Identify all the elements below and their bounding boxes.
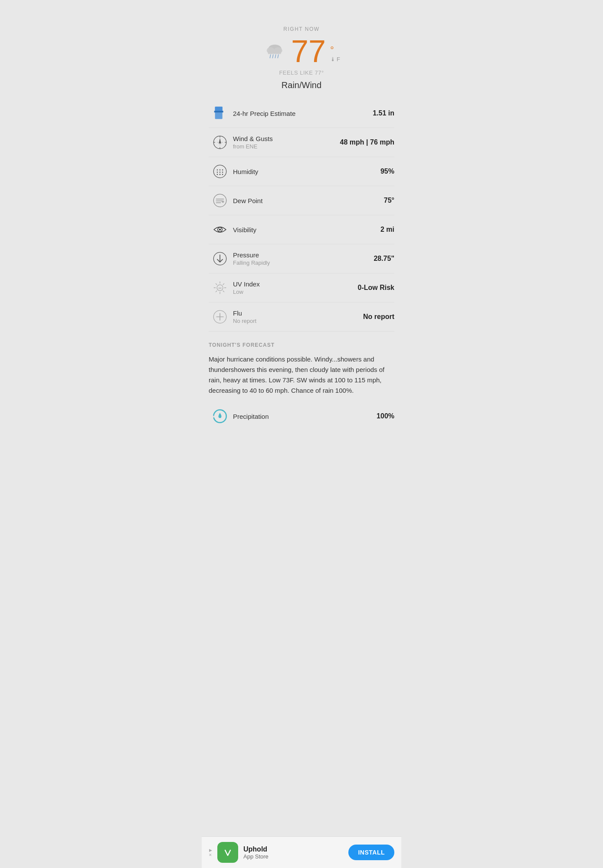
temp-unit-group: ° 🌡 F	[330, 40, 340, 62]
metric-sublabel-flu: No report	[233, 318, 363, 324]
precip-icon-wrap	[209, 105, 231, 122]
degree-symbol: °	[330, 45, 334, 56]
svg-point-33	[222, 201, 224, 203]
svg-line-6	[275, 55, 276, 58]
svg-point-21	[220, 169, 221, 171]
precip-gauge-wrap	[209, 408, 231, 424]
visibility-icon-wrap	[209, 221, 231, 238]
metric-label-uv: UV Index	[233, 280, 358, 288]
svg-line-45	[223, 291, 224, 292]
uphold-logo-icon	[221, 846, 234, 859]
metric-label-wrap-wind: Wind & Gusts from ENE	[231, 135, 340, 150]
metric-label-wrap-precip: 24-hr Precip Estimate	[231, 110, 373, 117]
visibility-icon	[212, 221, 228, 238]
metric-label-pressure: Pressure	[233, 251, 374, 259]
svg-point-27	[220, 174, 221, 175]
ad-banner: ▶ ✕ Uphold App Store INSTALL	[202, 836, 401, 868]
metric-label-wind: Wind & Gusts	[233, 135, 340, 142]
svg-rect-3	[268, 51, 281, 54]
svg-line-46	[223, 284, 224, 285]
precip-label: Precipitation	[231, 413, 377, 420]
metric-row-humidity: Humidity 95%	[209, 157, 394, 186]
svg-rect-10	[214, 111, 223, 112]
wind-icon	[212, 134, 228, 151]
metric-row-visibility: Visibility 2 mi	[209, 215, 394, 244]
svg-point-25	[222, 171, 223, 173]
precip-icon	[212, 105, 228, 122]
ad-app-icon	[217, 842, 238, 863]
temperature-display: 77	[291, 36, 326, 67]
metric-row-pressure: Pressure Falling Rapidly 28.75"	[209, 244, 394, 273]
svg-line-44	[216, 284, 217, 285]
metric-row-precip: 24-hr Precip Estimate 1.51 in	[209, 99, 394, 128]
uv-icon: UV	[212, 279, 228, 296]
unit-label: 🌡 F	[330, 56, 340, 62]
metric-label-precip: 24-hr Precip Estimate	[233, 110, 373, 117]
feels-like-label: FEELS LIKE 77°	[210, 69, 393, 76]
svg-point-20	[217, 169, 218, 171]
metric-label-humidity: Humidity	[233, 168, 380, 175]
flu-icon	[212, 309, 228, 325]
humidity-icon-wrap	[209, 163, 231, 180]
wind-icon-wrap	[209, 134, 231, 151]
metric-value-pressure: 28.75"	[374, 255, 394, 263]
ad-install-button[interactable]: INSTALL	[348, 845, 394, 860]
svg-line-5	[272, 55, 273, 58]
metric-row-uv: UV UV Index Low 0-Low Risk	[209, 273, 394, 302]
metric-label-wrap-humidity: Humidity	[231, 168, 380, 175]
weather-header: RIGHT NOW 77 ° 🌡 F FEELS LIKE 77° Rain/W…	[202, 0, 401, 99]
metric-label-wrap-flu: Flu No report	[231, 309, 363, 324]
ad-app-store: App Store	[243, 853, 343, 860]
svg-point-53	[223, 847, 233, 858]
svg-line-7	[278, 55, 279, 58]
svg-line-47	[216, 291, 217, 292]
metric-value-precip: 1.51 in	[373, 109, 394, 117]
ad-arrow-left: ▶ ✕	[209, 848, 212, 857]
forecast-title: TONIGHT'S FORECAST	[209, 342, 394, 348]
svg-line-4	[270, 55, 271, 58]
metric-label-visibility: Visibility	[233, 226, 380, 233]
ad-info: Uphold App Store	[243, 845, 343, 860]
pressure-icon	[212, 250, 228, 267]
current-temp-row: 77 ° 🌡 F	[210, 36, 393, 67]
svg-point-28	[222, 174, 223, 175]
svg-text:UV: UV	[218, 287, 222, 289]
metric-row-dewpoint: Dew Point 75°	[209, 186, 394, 215]
metric-value-flu: No report	[363, 313, 394, 321]
forecast-section: TONIGHT'S FORECAST Major hurricane condi…	[202, 332, 401, 436]
metric-label-dewpoint: Dew Point	[233, 197, 384, 204]
metric-label-wrap-dewpoint: Dew Point	[231, 197, 384, 204]
precip-value: 100%	[377, 412, 394, 420]
flu-icon-wrap	[209, 309, 231, 325]
metric-value-wind: 48 mph | 76 mph	[340, 138, 394, 146]
svg-point-26	[217, 174, 218, 175]
precip-gauge-icon	[212, 408, 228, 424]
thermometer-icon: 🌡	[330, 56, 336, 62]
metric-sublabel-pressure: Falling Rapidly	[233, 260, 374, 266]
metric-value-dewpoint: 75°	[384, 197, 394, 204]
dewpoint-icon-wrap	[209, 192, 231, 209]
svg-point-19	[213, 165, 226, 178]
precip-row: Precipitation 100%	[209, 404, 394, 429]
pressure-icon-wrap	[209, 250, 231, 267]
metric-label-flu: Flu	[233, 309, 363, 317]
svg-point-29	[213, 194, 226, 207]
uv-icon-wrap: UV	[209, 279, 231, 296]
condition-label: Rain/Wind	[210, 80, 393, 90]
metric-label-wrap-pressure: Pressure Falling Rapidly	[231, 251, 374, 266]
ad-app-name: Uphold	[243, 845, 343, 853]
metric-value-visibility: 2 mi	[380, 226, 394, 233]
metric-label-wrap-uv: UV Index Low	[231, 280, 358, 295]
svg-rect-9	[215, 107, 223, 111]
metric-value-humidity: 95%	[380, 168, 394, 175]
dewpoint-icon	[212, 192, 228, 209]
svg-point-23	[217, 171, 218, 173]
metric-value-uv: 0-Low Risk	[358, 284, 394, 292]
svg-point-35	[219, 229, 221, 230]
metric-sublabel-uv: Low	[233, 289, 358, 295]
metric-sublabel-wind: from ENE	[233, 143, 340, 150]
svg-point-22	[222, 169, 223, 171]
metric-row-wind: Wind & Gusts from ENE 48 mph | 76 mph	[209, 128, 394, 157]
right-now-label: RIGHT NOW	[210, 26, 393, 32]
weather-cloud-icon	[263, 42, 287, 61]
